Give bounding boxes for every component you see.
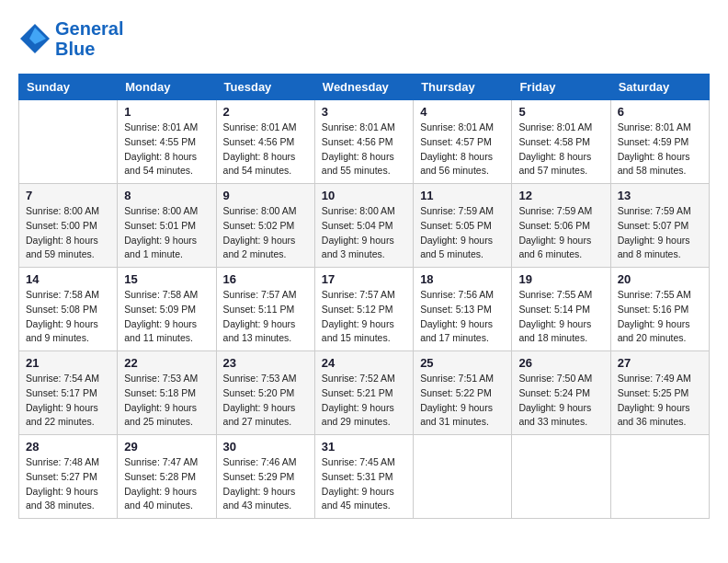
sunrise-label: Sunrise: 7:56 AM bbox=[420, 289, 494, 300]
sunrise-label: Sunrise: 8:01 AM bbox=[124, 121, 198, 132]
calendar-cell: 16 Sunrise: 7:57 AM Sunset: 5:11 PM Dayl… bbox=[216, 268, 314, 351]
calendar-cell: 7 Sunrise: 8:00 AM Sunset: 5:00 PM Dayli… bbox=[19, 184, 118, 268]
day-number: 25 bbox=[420, 356, 505, 370]
day-info: Sunrise: 7:53 AM Sunset: 5:20 PM Dayligh… bbox=[223, 372, 308, 430]
calendar-cell: 3 Sunrise: 8:01 AM Sunset: 4:56 PM Dayli… bbox=[314, 100, 413, 184]
sunset-label: Sunset: 5:14 PM bbox=[518, 304, 590, 315]
calendar-cell: 10 Sunrise: 8:00 AM Sunset: 5:04 PM Dayl… bbox=[314, 184, 413, 268]
day-info: Sunrise: 7:58 AM Sunset: 5:09 PM Dayligh… bbox=[124, 288, 209, 346]
daylight-label: Daylight: 8 hours and 56 minutes. bbox=[420, 151, 493, 177]
sunset-label: Sunset: 5:09 PM bbox=[124, 304, 196, 315]
sunrise-label: Sunrise: 8:00 AM bbox=[26, 205, 99, 216]
calendar-cell: 22 Sunrise: 7:53 AM Sunset: 5:18 PM Dayl… bbox=[118, 351, 216, 435]
calendar-cell: 20 Sunrise: 7:55 AM Sunset: 5:16 PM Dayl… bbox=[610, 268, 709, 351]
daylight-label: Daylight: 9 hours and 33 minutes. bbox=[518, 402, 591, 428]
day-number: 23 bbox=[223, 356, 308, 370]
day-info: Sunrise: 7:51 AM Sunset: 5:22 PM Dayligh… bbox=[420, 372, 505, 430]
sunrise-label: Sunrise: 7:55 AM bbox=[518, 289, 592, 300]
day-info: Sunrise: 8:00 AM Sunset: 5:04 PM Dayligh… bbox=[322, 204, 406, 262]
day-number: 2 bbox=[223, 105, 308, 119]
sunrise-label: Sunrise: 7:47 AM bbox=[124, 456, 198, 467]
day-info: Sunrise: 7:55 AM Sunset: 5:16 PM Dayligh… bbox=[618, 288, 702, 346]
sunrise-label: Sunrise: 7:59 AM bbox=[420, 205, 494, 216]
daylight-label: Daylight: 9 hours and 1 minute. bbox=[124, 235, 197, 260]
daylight-label: Daylight: 9 hours and 31 minutes. bbox=[420, 402, 493, 428]
daylight-label: Daylight: 9 hours and 17 minutes. bbox=[420, 318, 493, 344]
day-number: 29 bbox=[124, 440, 209, 454]
day-number: 9 bbox=[223, 189, 308, 202]
sunrise-label: Sunrise: 8:01 AM bbox=[322, 121, 395, 132]
day-info: Sunrise: 7:59 AM Sunset: 5:07 PM Dayligh… bbox=[618, 204, 702, 262]
sunset-label: Sunset: 5:22 PM bbox=[420, 387, 492, 398]
daylight-label: Daylight: 8 hours and 58 minutes. bbox=[618, 151, 690, 177]
day-info: Sunrise: 8:01 AM Sunset: 4:55 PM Dayligh… bbox=[124, 121, 209, 178]
sunrise-label: Sunrise: 7:54 AM bbox=[26, 373, 99, 384]
daylight-label: Daylight: 9 hours and 40 minutes. bbox=[124, 486, 197, 511]
sunrise-label: Sunrise: 7:53 AM bbox=[223, 373, 297, 384]
sunset-label: Sunset: 5:00 PM bbox=[26, 220, 97, 231]
sunset-label: Sunset: 5:16 PM bbox=[618, 304, 689, 315]
sunrise-label: Sunrise: 7:51 AM bbox=[420, 373, 494, 384]
sunset-label: Sunset: 4:55 PM bbox=[124, 136, 196, 147]
sunrise-label: Sunrise: 8:01 AM bbox=[618, 121, 691, 132]
sunset-label: Sunset: 5:20 PM bbox=[223, 387, 295, 398]
sunset-label: Sunset: 5:17 PM bbox=[26, 387, 97, 398]
calendar-cell: 18 Sunrise: 7:56 AM Sunset: 5:13 PM Dayl… bbox=[414, 268, 512, 351]
day-number: 3 bbox=[322, 105, 406, 119]
calendar-cell: 11 Sunrise: 7:59 AM Sunset: 5:05 PM Dayl… bbox=[414, 184, 512, 268]
day-info: Sunrise: 7:50 AM Sunset: 5:24 PM Dayligh… bbox=[518, 372, 603, 430]
daylight-label: Daylight: 9 hours and 13 minutes. bbox=[223, 318, 296, 344]
calendar-cell: 1 Sunrise: 8:01 AM Sunset: 4:55 PM Dayli… bbox=[118, 100, 216, 184]
sunset-label: Sunset: 5:06 PM bbox=[518, 220, 590, 231]
daylight-label: Daylight: 9 hours and 15 minutes. bbox=[322, 318, 394, 344]
daylight-label: Daylight: 8 hours and 59 minutes. bbox=[26, 235, 98, 260]
daylight-label: Daylight: 9 hours and 25 minutes. bbox=[124, 402, 197, 428]
daylight-label: Daylight: 9 hours and 11 minutes. bbox=[124, 318, 197, 344]
sunrise-label: Sunrise: 7:59 AM bbox=[518, 205, 592, 216]
weekday-header: Tuesday bbox=[216, 75, 314, 100]
calendar-cell: 25 Sunrise: 7:51 AM Sunset: 5:22 PM Dayl… bbox=[414, 351, 512, 435]
calendar-cell: 27 Sunrise: 7:49 AM Sunset: 5:25 PM Dayl… bbox=[610, 351, 709, 435]
day-number: 30 bbox=[223, 440, 308, 454]
calendar-week-row: 21 Sunrise: 7:54 AM Sunset: 5:17 PM Dayl… bbox=[19, 351, 710, 435]
weekday-header: Saturday bbox=[610, 75, 709, 100]
sunset-label: Sunset: 5:24 PM bbox=[518, 387, 590, 398]
daylight-label: Daylight: 9 hours and 27 minutes. bbox=[223, 402, 296, 428]
day-number: 16 bbox=[223, 272, 308, 286]
calendar-cell: 6 Sunrise: 8:01 AM Sunset: 4:59 PM Dayli… bbox=[610, 100, 709, 184]
calendar-cell: 26 Sunrise: 7:50 AM Sunset: 5:24 PM Dayl… bbox=[512, 351, 610, 435]
header: General Blue bbox=[18, 18, 710, 59]
calendar-cell: 2 Sunrise: 8:01 AM Sunset: 4:56 PM Dayli… bbox=[216, 100, 314, 184]
daylight-label: Daylight: 8 hours and 55 minutes. bbox=[322, 151, 394, 177]
day-number: 26 bbox=[518, 356, 603, 370]
weekday-header: Thursday bbox=[414, 75, 512, 100]
daylight-label: Daylight: 8 hours and 54 minutes. bbox=[223, 151, 296, 177]
calendar-cell bbox=[512, 435, 610, 519]
weekday-header: Friday bbox=[512, 75, 610, 100]
sunset-label: Sunset: 4:57 PM bbox=[420, 136, 492, 147]
day-number: 10 bbox=[322, 189, 406, 202]
calendar-week-row: 14 Sunrise: 7:58 AM Sunset: 5:08 PM Dayl… bbox=[19, 268, 710, 351]
day-number: 22 bbox=[124, 356, 209, 370]
day-info: Sunrise: 8:01 AM Sunset: 4:56 PM Dayligh… bbox=[223, 121, 308, 178]
sunset-label: Sunset: 5:28 PM bbox=[124, 471, 196, 482]
sunset-label: Sunset: 4:56 PM bbox=[322, 136, 393, 147]
day-number: 11 bbox=[420, 189, 505, 202]
day-info: Sunrise: 8:01 AM Sunset: 4:58 PM Dayligh… bbox=[518, 121, 603, 178]
day-info: Sunrise: 7:49 AM Sunset: 5:25 PM Dayligh… bbox=[618, 372, 702, 430]
sunrise-label: Sunrise: 8:00 AM bbox=[124, 205, 198, 216]
day-number: 4 bbox=[420, 105, 505, 119]
day-info: Sunrise: 7:58 AM Sunset: 5:08 PM Dayligh… bbox=[26, 288, 110, 346]
weekday-header: Sunday bbox=[19, 75, 118, 100]
sunset-label: Sunset: 5:08 PM bbox=[26, 304, 97, 315]
sunrise-label: Sunrise: 7:45 AM bbox=[322, 456, 395, 467]
sunrise-label: Sunrise: 7:50 AM bbox=[518, 373, 592, 384]
day-number: 8 bbox=[124, 189, 209, 202]
day-number: 20 bbox=[618, 272, 702, 286]
calendar-cell: 17 Sunrise: 7:57 AM Sunset: 5:12 PM Dayl… bbox=[314, 268, 413, 351]
day-info: Sunrise: 7:59 AM Sunset: 5:05 PM Dayligh… bbox=[420, 204, 505, 262]
weekday-header: Wednesday bbox=[314, 75, 413, 100]
sunset-label: Sunset: 4:59 PM bbox=[618, 136, 689, 147]
calendar-cell: 9 Sunrise: 8:00 AM Sunset: 5:02 PM Dayli… bbox=[216, 184, 314, 268]
day-info: Sunrise: 7:55 AM Sunset: 5:14 PM Dayligh… bbox=[518, 288, 603, 346]
